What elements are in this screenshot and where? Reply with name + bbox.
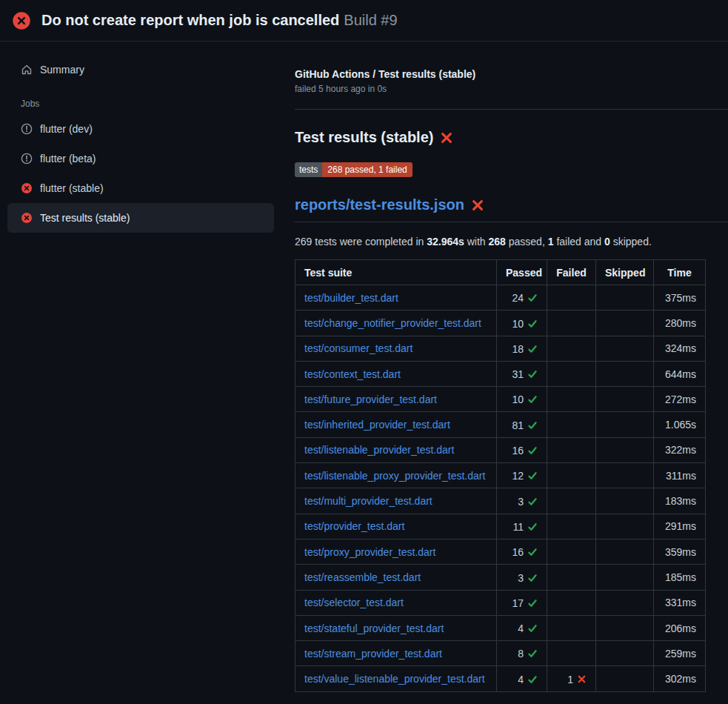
- test-suite-link[interactable]: test/consumer_test.dart: [304, 342, 413, 354]
- sidebar-item-label: flutter (stable): [40, 182, 104, 194]
- table-row: test/stateful_provider_test.dart4206ms: [295, 615, 706, 640]
- col-header-skipped: Skipped: [596, 260, 654, 285]
- results-table-body: test/builder_test.dart24375mstest/change…: [295, 285, 706, 692]
- time-cell: 272ms: [654, 387, 706, 412]
- check-icon: [527, 420, 538, 431]
- summary-text: skipped.: [610, 236, 652, 248]
- table-row: test/provider_test.dart11291ms: [295, 514, 706, 539]
- test-suite-link[interactable]: test/listenable_proxy_provider_test.dart: [304, 470, 485, 482]
- breadcrumb: GitHub Actions / Test results (stable): [295, 68, 728, 80]
- sidebar-item-label: flutter (dev): [40, 123, 93, 135]
- time-cell: 206ms: [654, 615, 706, 640]
- check-icon: [527, 394, 538, 405]
- time-cell: 359ms: [654, 539, 706, 564]
- col-header-failed: Failed: [547, 260, 596, 285]
- sidebar-item-test-results-stable[interactable]: Test results (stable): [7, 203, 274, 233]
- time-cell: 311ms: [654, 463, 706, 488]
- test-suite-link[interactable]: test/multi_provider_test.dart: [304, 495, 433, 507]
- col-header-test-suite: Test suite: [295, 260, 497, 285]
- check-icon: [527, 648, 538, 659]
- passed-count: 31: [512, 368, 524, 380]
- time-cell: 375ms: [654, 285, 706, 311]
- sidebar-item-label: flutter (beta): [40, 153, 96, 165]
- test-suite-link[interactable]: test/listenable_provider_test.dart: [304, 444, 454, 456]
- passed-count: 16: [512, 546, 524, 558]
- cross-icon: [577, 674, 587, 684]
- passed-count: 8: [518, 648, 524, 660]
- test-suite-link[interactable]: test/stream_provider_test.dart: [304, 648, 442, 660]
- sidebar-item-label: Summary: [40, 64, 84, 76]
- check-icon: [527, 547, 538, 557]
- summary-failed: 1: [548, 236, 554, 248]
- summary-text: failed and: [554, 236, 605, 248]
- sidebar-item-label: Test results (stable): [40, 212, 130, 224]
- passed-count: 10: [512, 318, 524, 330]
- check-icon: [527, 623, 538, 634]
- test-suite-link[interactable]: test/future_provider_test.dart: [304, 393, 437, 405]
- check-icon: [527, 293, 538, 303]
- test-suite-link[interactable]: test/provider_test.dart: [304, 520, 404, 532]
- passed-count: 18: [512, 343, 524, 355]
- check-icon: [527, 573, 538, 583]
- summary-skipped: 0: [604, 236, 610, 248]
- time-cell: 644ms: [654, 361, 706, 386]
- table-row: test/consumer_test.dart18324ms: [295, 336, 706, 361]
- tests-badge: tests 268 passed, 1 failed: [295, 162, 413, 177]
- time-cell: 324ms: [654, 336, 706, 361]
- time-cell: 322ms: [654, 437, 706, 462]
- check-icon: [527, 445, 538, 456]
- sidebar-item-flutter-beta[interactable]: flutter (beta): [7, 144, 274, 173]
- time-cell: 302ms: [654, 666, 706, 691]
- table-row: test/change_notifier_provider_test.dart1…: [295, 311, 706, 336]
- check-icon: [527, 471, 538, 481]
- table-header-row: Test suite Passed Failed Skipped Time: [295, 260, 706, 285]
- check-icon: [527, 497, 538, 507]
- test-suite-link[interactable]: test/reassemble_test.dart: [304, 571, 421, 583]
- report-link[interactable]: reports/test-results.json: [295, 196, 464, 213]
- passed-count: 4: [518, 674, 524, 685]
- test-suite-link[interactable]: test/proxy_provider_test.dart: [304, 546, 435, 558]
- test-suite-link[interactable]: test/inherited_provider_test.dart: [304, 419, 450, 431]
- failed-status-icon: [21, 182, 33, 194]
- passed-count: 16: [512, 445, 524, 456]
- section-title-text: Test results (stable): [295, 129, 433, 146]
- passed-count: 81: [512, 419, 524, 431]
- failed-status-icon: [12, 11, 31, 30]
- passed-count: 17: [512, 597, 524, 609]
- sidebar-item-flutter-stable[interactable]: flutter (stable): [7, 173, 274, 203]
- page-header: Do not create report when job is cancell…: [0, 0, 728, 41]
- test-suite-link[interactable]: test/context_test.dart: [304, 368, 401, 380]
- neutral-status-icon: [21, 123, 33, 135]
- col-header-time: Time: [654, 260, 706, 285]
- test-suite-link[interactable]: test/stateful_provider_test.dart: [304, 622, 444, 634]
- col-header-passed: Passed: [497, 260, 547, 285]
- summary-text: with: [464, 236, 489, 248]
- test-suite-link[interactable]: test/value_listenable_provider_test.dart: [304, 673, 485, 685]
- table-row: test/reassemble_test.dart3185ms: [295, 565, 706, 590]
- home-icon: [21, 64, 33, 76]
- passed-count: 4: [518, 622, 524, 634]
- time-cell: 259ms: [654, 641, 706, 666]
- table-row: test/value_listenable_provider_test.dart…: [295, 666, 706, 691]
- test-suite-link[interactable]: test/selector_test.dart: [304, 597, 404, 608]
- table-row: test/multi_provider_test.dart3183ms: [295, 488, 706, 514]
- table-row: test/future_provider_test.dart10272ms: [295, 387, 706, 412]
- test-suite-link[interactable]: test/builder_test.dart: [304, 292, 398, 304]
- table-row: test/inherited_provider_test.dart811.065…: [295, 412, 706, 437]
- table-row: test/proxy_provider_test.dart16359ms: [295, 539, 706, 564]
- sidebar-item-summary[interactable]: Summary: [7, 55, 274, 84]
- build-number: Build #9: [344, 12, 397, 28]
- check-icon: [527, 369, 538, 379]
- cross-mark-icon: [440, 131, 453, 145]
- time-cell: 1.065s: [654, 412, 706, 437]
- passed-count: 3: [518, 572, 524, 584]
- badge-value: 268 passed, 1 failed: [322, 162, 412, 177]
- test-suite-link[interactable]: test/change_notifier_provider_test.dart: [304, 317, 481, 329]
- badge-label: tests: [295, 162, 322, 177]
- run-title-text: Do not create report when job is cancell…: [41, 12, 339, 28]
- sidebar-item-flutter-dev[interactable]: flutter (dev): [7, 114, 274, 144]
- check-icon: [527, 344, 538, 354]
- summary-text: passed,: [506, 236, 548, 248]
- check-icon: [527, 598, 538, 608]
- check-icon: [527, 319, 538, 329]
